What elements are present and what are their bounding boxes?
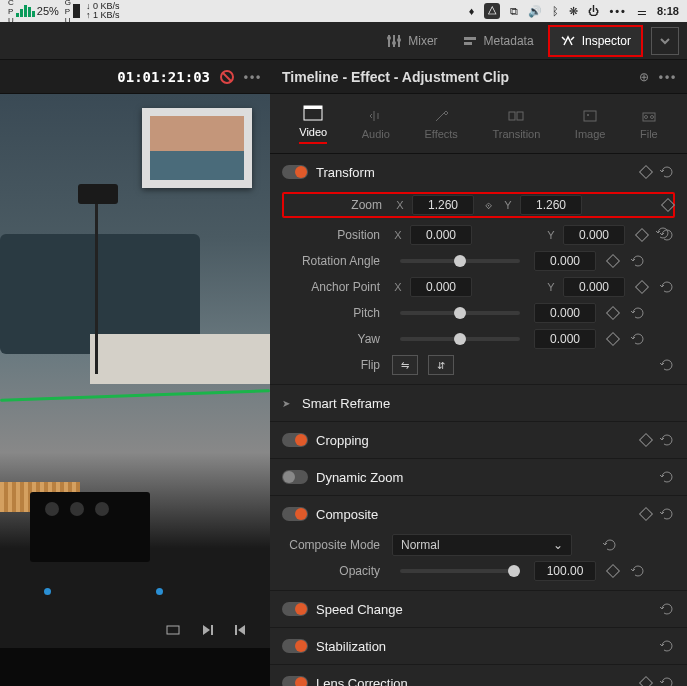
rotation-input[interactable] — [534, 251, 596, 271]
viewer-options[interactable]: ••• — [244, 68, 262, 86]
dynamic-zoom-toggle[interactable] — [282, 470, 308, 484]
lens-reset[interactable] — [659, 675, 675, 686]
anchor-reset[interactable] — [659, 279, 675, 295]
pitch-input[interactable] — [534, 303, 596, 323]
system-menubar: CPU 25% GPU ↓ 0 KB/s ↑ 1 KB/s ♦ △ ⧉ 🔊 ᛒ … — [0, 0, 687, 22]
anchor-keyframe[interactable] — [635, 280, 649, 294]
cpu-gauge: CPU 25% — [8, 0, 59, 25]
stab-reset[interactable] — [659, 638, 675, 654]
pos-keyframe[interactable] — [635, 228, 649, 242]
clip-title: Timeline - Effect - Adjustment Clip — [270, 69, 629, 85]
speed-toggle[interactable] — [282, 602, 308, 616]
link-icon[interactable]: ⟐ — [480, 198, 496, 212]
loop-icon[interactable] — [164, 621, 182, 639]
zoom-x-input[interactable] — [412, 195, 474, 215]
tab-audio[interactable]: Audio — [362, 108, 390, 140]
inspector-tab[interactable]: Inspector — [548, 25, 643, 57]
svg-rect-6 — [167, 626, 179, 634]
panel-dropdown[interactable] — [651, 27, 679, 55]
fan-icon[interactable]: ❋ — [569, 5, 578, 18]
bluetooth-icon[interactable]: ᛒ — [552, 5, 559, 17]
network-stats: ↓ 0 KB/s ↑ 1 KB/s — [86, 2, 120, 20]
flip-v-button[interactable]: ⇵ — [428, 355, 454, 375]
pitch-keyframe[interactable] — [606, 306, 620, 320]
pin-icon[interactable]: ⊕ — [635, 68, 653, 86]
flip-h-button[interactable]: ⇋ — [392, 355, 418, 375]
dz-reset[interactable] — [659, 469, 675, 485]
rot-keyframe[interactable] — [606, 254, 620, 268]
prev-frame-icon[interactable] — [232, 621, 250, 639]
flame-icon[interactable]: ♦ — [469, 5, 475, 17]
lens-toggle[interactable] — [282, 676, 308, 686]
tab-file[interactable]: File — [640, 108, 658, 140]
clock[interactable]: 8:18 — [657, 5, 679, 17]
cropping-keyframe[interactable] — [639, 433, 653, 447]
pitch-slider[interactable] — [400, 311, 520, 315]
lens-keyframe[interactable] — [639, 676, 653, 686]
transform-reset[interactable] — [659, 164, 675, 180]
triangle-icon[interactable]: △ — [484, 3, 500, 19]
tab-image[interactable]: Image — [575, 108, 606, 140]
anchor-row: Anchor Point X Y — [270, 274, 687, 300]
control-center-icon[interactable]: ⚌ — [637, 5, 647, 18]
svg-point-0 — [387, 36, 391, 40]
flip-reset[interactable] — [659, 357, 675, 373]
pitch-reset[interactable] — [630, 305, 646, 321]
stab-toggle[interactable] — [282, 639, 308, 653]
section-smart-reframe[interactable]: ➤ Smart Reframe — [270, 385, 687, 422]
zoom-reset[interactable] — [655, 225, 671, 241]
section-dynamic-zoom[interactable]: Dynamic Zoom — [270, 459, 687, 496]
svg-rect-3 — [464, 37, 476, 40]
more-icon[interactable]: ••• — [609, 5, 627, 17]
section-speed-change[interactable]: Speed Change — [270, 591, 687, 628]
composite-mode-dropdown[interactable]: Normal ⌄ — [392, 534, 572, 556]
composite-reset[interactable] — [659, 506, 675, 522]
yaw-slider[interactable] — [400, 337, 520, 341]
section-lens-correction[interactable]: Lens Correction — [270, 665, 687, 686]
timecode[interactable]: 01:01:21:03 — [117, 69, 210, 85]
tab-effects[interactable]: Effects — [424, 108, 457, 140]
yaw-input[interactable] — [534, 329, 596, 349]
tab-video[interactable]: Video — [299, 104, 327, 144]
opacity-reset[interactable] — [630, 563, 646, 579]
composite-keyframe[interactable] — [639, 507, 653, 521]
pos-y-input[interactable] — [563, 225, 625, 245]
pos-x-input[interactable] — [410, 225, 472, 245]
yaw-keyframe[interactable] — [606, 332, 620, 346]
composite-toggle[interactable] — [282, 507, 308, 521]
zoom-y-input[interactable] — [520, 195, 582, 215]
cropping-toggle[interactable] — [282, 433, 308, 447]
mini-timeline[interactable] — [0, 572, 270, 612]
zoom-keyframe[interactable] — [661, 198, 675, 212]
video-preview[interactable] — [0, 94, 270, 572]
transform-keyframe[interactable] — [639, 165, 653, 179]
mode-reset[interactable] — [602, 537, 618, 553]
speed-reset[interactable] — [659, 601, 675, 617]
dropbox-icon[interactable]: ⧉ — [510, 5, 518, 18]
chevron-down-icon — [657, 33, 673, 49]
inspector-options[interactable]: ••• — [659, 68, 677, 86]
metadata-tab[interactable]: Metadata — [452, 27, 544, 55]
volume-icon[interactable]: 🔊 — [528, 5, 542, 18]
section-stabilization[interactable]: Stabilization — [270, 628, 687, 665]
mixer-tab[interactable]: Mixer — [376, 27, 447, 55]
bypass-icon[interactable] — [218, 68, 236, 86]
anchor-x-input[interactable] — [410, 277, 472, 297]
yaw-row: Yaw — [270, 326, 687, 352]
svg-point-1 — [392, 41, 396, 45]
section-cropping[interactable]: Cropping — [270, 422, 687, 459]
svg-rect-7 — [211, 625, 213, 635]
yaw-reset[interactable] — [630, 331, 646, 347]
next-frame-icon[interactable] — [198, 621, 216, 639]
cropping-reset[interactable] — [659, 432, 675, 448]
opacity-keyframe[interactable] — [606, 564, 620, 578]
tab-transition[interactable]: Transition — [492, 108, 540, 140]
rotation-slider[interactable] — [400, 259, 520, 263]
opacity-slider[interactable] — [400, 569, 520, 573]
video-icon — [302, 104, 324, 122]
opacity-input[interactable] — [534, 561, 596, 581]
power-icon[interactable]: ⏻ — [588, 5, 599, 17]
anchor-y-input[interactable] — [563, 277, 625, 297]
transform-toggle[interactable] — [282, 165, 308, 179]
rot-reset[interactable] — [630, 253, 646, 269]
